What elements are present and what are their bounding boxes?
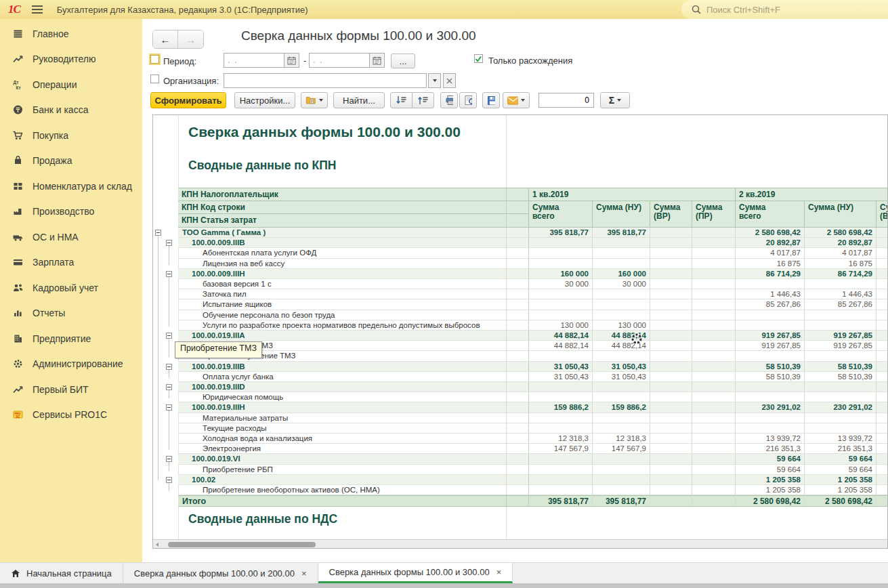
report-row[interactable]: Холодная вода и канализация12 318,312 31… (178, 434, 888, 444)
report-cell[interactable]: 160 000 (529, 269, 593, 279)
report-row-label[interactable]: 100.00.019.IIID (178, 382, 529, 392)
collapse-minus-icon[interactable] (166, 364, 172, 370)
report-row-label[interactable]: ТОО Gamma ( Гамма ) (178, 228, 529, 238)
report-row[interactable]: 100.00.009.IIIH160 000160 00086 714,2986… (178, 269, 888, 279)
report-cell[interactable] (692, 341, 736, 351)
report-row-label[interactable]: Текущие расходы (178, 423, 529, 434)
column-header[interactable]: Сумма (НУ) (805, 201, 876, 228)
report-cell[interactable] (692, 402, 736, 413)
report-cell[interactable] (876, 351, 888, 361)
report-cell[interactable]: 395 818,77 (529, 228, 593, 238)
report-cell[interactable]: 147 567,9 (529, 444, 593, 454)
report-cell[interactable]: 1 205 358 (805, 485, 876, 495)
report-cell[interactable] (876, 299, 888, 310)
report-cell[interactable] (593, 413, 650, 423)
sidebar-item-truck[interactable]: ОС и НМА (0, 224, 142, 250)
report-cell[interactable]: 31 050,43 (529, 362, 593, 372)
report-cell[interactable] (692, 372, 736, 382)
report-cell[interactable] (805, 413, 876, 423)
report-cell[interactable] (529, 310, 593, 320)
report-cell[interactable] (876, 382, 888, 392)
report-cell[interactable]: 919 267,85 (805, 341, 876, 351)
report-cell[interactable] (650, 289, 692, 299)
organization-clear-button[interactable] (443, 73, 456, 88)
report-cell[interactable] (876, 341, 888, 351)
global-search[interactable]: Поиск Ctrl+Shift+F (681, 0, 888, 19)
report-cell[interactable]: 86 714,29 (805, 269, 876, 279)
report-cell[interactable]: 31 050,43 (593, 362, 650, 372)
sidebar-item-trend2[interactable]: Первый БИТ (0, 377, 142, 402)
report-row-label[interactable]: Итого (178, 495, 529, 507)
report-row-label[interactable]: Заточка пил (178, 289, 529, 299)
report-cell[interactable] (650, 423, 692, 434)
report-cell[interactable]: 85 267,86 (736, 299, 805, 310)
report-cell[interactable] (650, 259, 692, 269)
collapse-minus-icon[interactable] (166, 240, 172, 246)
report-cell[interactable] (593, 423, 650, 434)
report-cell[interactable] (736, 279, 805, 289)
report-cell[interactable] (650, 444, 692, 454)
report-cell[interactable]: 1 205 358 (805, 475, 876, 485)
close-tab-icon[interactable]: × (496, 567, 502, 577)
sidebar-item-factory[interactable]: Производство (0, 199, 142, 225)
report-cell[interactable] (805, 279, 876, 289)
calendar-icon[interactable] (369, 54, 384, 67)
report-cell[interactable] (650, 362, 692, 372)
report-cell[interactable] (692, 248, 736, 258)
report-row[interactable]: Обучение персонала по безоп труда (178, 310, 888, 320)
report-cell[interactable] (650, 248, 692, 258)
report-cell[interactable] (805, 382, 876, 392)
report-cell[interactable] (650, 269, 692, 279)
report-cell[interactable]: 4 017,87 (736, 248, 805, 258)
report-cell[interactable]: 85 267,86 (805, 299, 876, 310)
report-cell[interactable] (593, 310, 650, 320)
period-to-field[interactable] (309, 53, 385, 68)
collapse-minus-icon[interactable] (166, 384, 172, 390)
report-cell[interactable]: 160 000 (593, 269, 650, 279)
scrollbar-thumb[interactable] (168, 542, 316, 547)
report-cell[interactable]: 2 580 698,42 (805, 228, 876, 238)
report-cell[interactable]: 59 664 (736, 465, 805, 475)
report-row[interactable]: Прочее поступление ТМЗ (178, 351, 888, 361)
report-cell[interactable] (876, 444, 888, 454)
report-row-label[interactable]: 100.00.009.IIIB (178, 238, 529, 248)
report-cell[interactable]: 1 205 358 (736, 475, 805, 485)
report-cell[interactable]: 12 318,3 (529, 434, 593, 444)
report-cell[interactable] (593, 382, 650, 392)
report-cell[interactable] (593, 259, 650, 269)
report-cell[interactable] (593, 248, 650, 258)
report-cell[interactable]: 58 510,39 (805, 362, 876, 372)
report-cell[interactable] (692, 423, 736, 434)
report-cell[interactable] (650, 495, 692, 507)
report-cell[interactable]: 2 580 698,42 (736, 495, 805, 507)
report-cell[interactable]: 159 886,2 (593, 402, 650, 413)
report-cell[interactable]: 13 939,72 (805, 434, 876, 444)
tab-report-2[interactable]: Сверка данных формы 100.00 и 300.00× (318, 563, 513, 583)
report-cell[interactable] (876, 320, 888, 331)
report-row-label[interactable]: 100.00.019.VI (178, 454, 529, 464)
report-cell[interactable]: 147 567,9 (593, 444, 650, 454)
sidebar-item-cart[interactable]: Покупка (0, 123, 142, 148)
report-row[interactable]: Электроэнергия147 567,9147 567,9216 351,… (178, 444, 888, 454)
report-cell[interactable] (805, 423, 876, 434)
report-cell[interactable]: 919 267,85 (736, 341, 805, 351)
report-cell[interactable] (650, 392, 692, 402)
report-cell[interactable] (650, 310, 692, 320)
only-differences-checkbox[interactable] (474, 54, 483, 63)
print-preview-button[interactable] (459, 92, 477, 108)
report-cell[interactable] (529, 382, 593, 392)
report-cell[interactable] (692, 289, 736, 299)
report-cell[interactable]: 395 818,77 (593, 228, 650, 238)
report-row[interactable]: Услуги по разработке проекта нормативов … (178, 320, 888, 331)
sidebar-item-grid[interactable]: Номенклатура и склад (0, 173, 142, 199)
period-more-button[interactable]: ... (391, 54, 415, 68)
report-row[interactable]: 100.00.019.IIIB31 050,4331 050,4358 510,… (178, 362, 888, 372)
report-row[interactable]: ТОО Gamma ( Гамма )395 818,77395 818,772… (178, 228, 888, 238)
report-row-label[interactable]: 100.00.019.IIIH (178, 402, 529, 413)
sidebar-item-gear[interactable]: Администрирование (0, 352, 142, 377)
report-cell[interactable] (650, 341, 692, 351)
report-cell[interactable]: 2 580 698,42 (736, 228, 805, 238)
report-cell[interactable]: 44 882,14 (529, 341, 593, 351)
sidebar-item-pro1c[interactable]: PRO1CСервисы PRO1C (0, 402, 142, 428)
report-cell[interactable]: 230 291,02 (805, 402, 876, 413)
